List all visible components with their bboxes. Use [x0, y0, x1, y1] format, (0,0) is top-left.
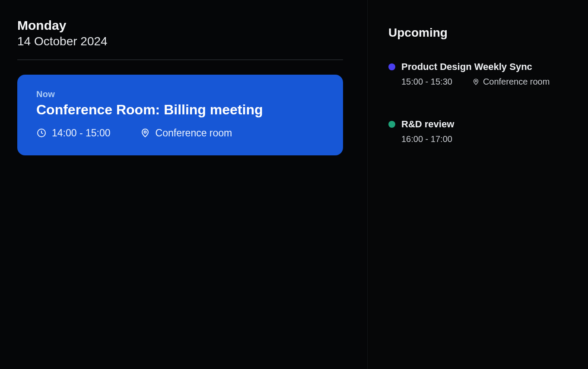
full-date: 14 October 2024 — [17, 35, 343, 48]
current-meeting-card[interactable]: Now Conference Room: Billing meeting 14:… — [17, 75, 343, 155]
upcoming-event-title: Product Design Weekly Sync — [401, 61, 532, 73]
upcoming-sidebar: Upcoming Product Design Weekly Sync 15:0… — [367, 0, 588, 369]
upcoming-event-header: Product Design Weekly Sync — [388, 61, 570, 73]
upcoming-event-time: 15:00 - 15:30 — [401, 77, 452, 87]
upcoming-event[interactable]: Product Design Weekly Sync 15:00 - 15:30… — [388, 61, 570, 87]
location-pin-icon — [140, 128, 150, 138]
event-color-dot — [388, 121, 395, 128]
upcoming-event[interactable]: R&D review 16:00 - 17:00 — [388, 119, 570, 144]
svg-point-2 — [475, 80, 477, 82]
svg-point-1 — [144, 131, 146, 133]
current-meeting-time: 14:00 - 15:00 — [36, 127, 111, 139]
current-meeting-location: Conference room — [140, 127, 232, 139]
upcoming-event-meta: 15:00 - 15:30 Conference room — [401, 77, 570, 87]
upcoming-event-meta: 16:00 - 17:00 — [401, 134, 570, 144]
upcoming-event-location: Conference room — [472, 77, 550, 87]
header-divider — [17, 60, 343, 60]
main-panel: Monday 14 October 2024 Now Conference Ro… — [0, 0, 367, 369]
current-meeting-location-text: Conference room — [156, 127, 232, 139]
clock-icon — [36, 128, 47, 138]
current-meeting-time-text: 14:00 - 15:00 — [52, 127, 111, 139]
upcoming-event-location-text: Conference room — [483, 77, 550, 87]
upcoming-title: Upcoming — [388, 26, 570, 40]
current-meeting-title: Conference Room: Billing meeting — [36, 102, 324, 118]
date-header: Monday 14 October 2024 — [17, 17, 343, 48]
upcoming-event-header: R&D review — [388, 119, 570, 130]
upcoming-event-title: R&D review — [401, 119, 454, 130]
current-meeting-meta: 14:00 - 15:00 Conference room — [36, 127, 324, 139]
location-pin-icon — [472, 78, 480, 85]
now-label: Now — [36, 89, 324, 99]
event-color-dot — [388, 63, 395, 70]
upcoming-event-time: 16:00 - 17:00 — [401, 134, 452, 144]
day-of-week: Monday — [17, 17, 343, 34]
